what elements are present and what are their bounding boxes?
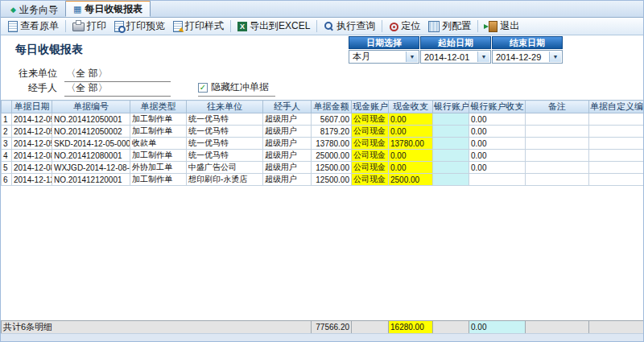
end-date-select[interactable]: 2014-12-29 ▼ <box>492 50 563 64</box>
table-row[interactable]: 62014-12-12NO.201412120001加工制作单想印刷印-永烫店超… <box>2 174 644 186</box>
date-range-value: 本月 <box>353 51 370 63</box>
table-row[interactable]: 22014-12-05NO.201412050002加工制作单统一优马特超级用户… <box>2 126 644 138</box>
cell-unit: 统一优马特 <box>187 113 263 126</box>
unit-filter-label: 往来单位 <box>15 67 57 80</box>
unit-filter-field[interactable]: 〈全 部〉 <box>64 67 171 82</box>
cell-doc_no: SKD-2014-12-05-0001 <box>52 138 130 150</box>
cell-no: 3 <box>2 138 12 150</box>
cell-unit: 统一优马特 <box>187 150 263 162</box>
toolbar: 查看原单 打印 打印预览 打印样式 X 导出到EXCEL 执行查询 定位 <box>1 18 643 35</box>
totals-bank: 0.00 <box>469 321 526 334</box>
totals-cash: 16280.00 <box>389 321 433 334</box>
cell-unit: 统一优马特 <box>187 126 263 138</box>
search-icon <box>324 21 334 31</box>
cell-handler: 超级用户 <box>263 138 312 150</box>
cell-cash_amount: 0.00 <box>389 126 433 138</box>
end-date-header: 结束日期 <box>492 36 563 49</box>
columns-icon <box>428 21 440 32</box>
wizard-tab-icon: ◆ <box>10 6 16 14</box>
column-header[interactable]: 单据类型 <box>130 101 187 113</box>
toolbar-separator <box>65 20 66 32</box>
cell-doc_no: NO.201412050002 <box>52 126 130 138</box>
cell-handler: 超级用户 <box>263 174 312 186</box>
button-label: 执行查询 <box>336 19 375 33</box>
chevron-down-icon[interactable]: ▼ <box>549 52 561 62</box>
start-date-select[interactable]: 2014-12-01 ▼ <box>420 50 491 64</box>
cell-bank_amount: 0.00 <box>469 126 526 138</box>
cell-type: 加工制作单 <box>130 174 187 186</box>
totals-cash-account <box>352 321 389 334</box>
cell-note <box>526 174 589 186</box>
chevron-down-icon[interactable]: ▼ <box>406 52 418 62</box>
column-header[interactable]: 现金收支 <box>389 101 433 113</box>
column-header[interactable]: 现金账户 <box>352 101 389 113</box>
column-header[interactable]: 银行账户收支 <box>469 101 526 113</box>
totals-row: 共计6条明细 77566.20 16280.00 0.00 <box>1 320 644 334</box>
cell-cash_account: 公司现金 <box>352 113 389 126</box>
tab-business-wizard[interactable]: ◆ 业务向导 <box>3 3 65 17</box>
cell-date: 2014-12-08 <box>12 150 52 162</box>
cell-unit: 统一优马特 <box>187 138 263 150</box>
totals-custom-no <box>589 321 644 334</box>
cell-custom_no <box>589 113 644 126</box>
cell-no: 5 <box>2 162 12 174</box>
report-tab-icon: ▦ <box>73 5 81 14</box>
cell-cash_account: 公司现金 <box>352 126 389 138</box>
handler-filter-field[interactable]: 〈全 部〉 <box>64 81 171 97</box>
cell-handler: 超级用户 <box>263 113 312 126</box>
cell-unit: 想印刷印-永烫店 <box>187 174 263 186</box>
end-date-value: 2014-12-29 <box>496 52 541 62</box>
unit-filter-row: 往来单位 〈全 部〉 <box>15 67 171 82</box>
cell-cash_amount: 0.00 <box>389 162 433 174</box>
column-header[interactable]: 单据编号 <box>52 101 130 113</box>
column-header[interactable]: 备注 <box>526 101 589 113</box>
cell-cash_amount: 2500.00 <box>389 174 433 186</box>
print-style-button[interactable]: 打印样式 <box>169 19 228 34</box>
cell-handler: 超级用户 <box>263 126 312 138</box>
button-label: 定位 <box>401 19 420 33</box>
column-header-rownum[interactable] <box>2 101 12 113</box>
toolbar-separator <box>477 20 478 32</box>
toolbar-separator <box>316 20 317 32</box>
column-header[interactable]: 银行账户 <box>433 101 469 113</box>
print-button[interactable]: 打印 <box>68 19 110 34</box>
cell-doc_no: NO.201412050001 <box>52 113 130 126</box>
hide-red-flush-checkbox[interactable]: ✓ 隐藏红冲单据 <box>198 80 275 97</box>
exit-button[interactable]: 退出 <box>481 19 523 34</box>
toolbar-separator <box>382 20 382 32</box>
run-query-button[interactable]: 执行查询 <box>320 19 379 34</box>
chevron-down-icon[interactable]: ▼ <box>477 52 489 62</box>
cell-amount: 5607.00 <box>312 113 352 126</box>
column-header[interactable]: 单据自定义编号 <box>589 101 644 113</box>
locate-button[interactable]: 定位 <box>385 19 424 34</box>
column-header[interactable]: 往来单位 <box>187 101 263 113</box>
cell-cash_amount: 0.00 <box>389 113 433 126</box>
table-row[interactable]: 52014-12-08WXJGD-2014-12-08-0002外协加工单中盛广… <box>2 162 644 174</box>
cell-no: 2 <box>2 126 12 138</box>
cell-cash_account: 公司现金 <box>352 162 389 174</box>
tab-bar: ◆ 业务向导 ▦ 每日收银报表 <box>1 1 643 18</box>
table-row[interactable]: 42014-12-08NO.201412080001加工制作单统一优马特超级用户… <box>2 150 644 162</box>
print-preview-icon <box>114 21 124 32</box>
table-row[interactable]: 12014-12-05NO.201412050001加工制作单统一优马特超级用户… <box>2 113 644 126</box>
cell-date: 2014-12-05 <box>12 113 52 126</box>
tab-daily-cashier-report[interactable]: ▦ 每日收银报表 <box>65 0 151 17</box>
button-label: 列配置 <box>442 19 471 33</box>
unit-filter-value: 〈全 部〉 <box>66 68 107 79</box>
column-config-button[interactable]: 列配置 <box>424 19 475 34</box>
cell-no: 4 <box>2 150 12 162</box>
print-preview-button[interactable]: 打印预览 <box>110 19 169 34</box>
date-range-select[interactable]: 本月 ▼ <box>349 50 419 64</box>
exit-icon <box>489 21 497 32</box>
cell-handler: 超级用户 <box>263 162 312 174</box>
table-row[interactable]: 32014-12-05SKD-2014-12-05-0001收款单统一优马特超级… <box>2 138 644 150</box>
cell-note <box>526 150 589 162</box>
view-original-button[interactable]: 查看原单 <box>4 19 63 34</box>
cell-date: 2014-12-08 <box>12 162 52 174</box>
column-header[interactable]: 经手人 <box>263 101 312 113</box>
column-header[interactable]: 单据金额 <box>312 101 352 113</box>
export-excel-button[interactable]: X 导出到EXCEL <box>233 19 314 34</box>
cell-unit: 中盛广告公司 <box>187 162 263 174</box>
column-header[interactable]: 单据日期 <box>12 101 52 113</box>
cell-custom_no <box>589 174 644 186</box>
